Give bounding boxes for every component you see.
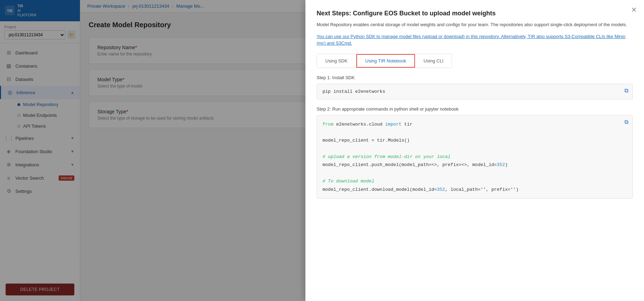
modal-close-button[interactable]: ✕ — [631, 6, 637, 14]
code-line-blank2 — [323, 145, 627, 153]
tab-using-tir-notebook[interactable]: Using TIR Notebook — [356, 54, 415, 68]
modal-title: Next Steps: Configure EOS Bucket to uplo… — [317, 10, 633, 17]
code-line-client: model_repo_client = tir.Models() — [323, 136, 627, 144]
code-line-comment2: # To download model — [323, 177, 627, 185]
step2-code-block: ⧉ from e2enetworks.cloud import tir mode… — [317, 115, 633, 199]
step1-code-block: pip install e2enetworks ⧉ — [317, 84, 633, 99]
code-line-push: model_repo_client.push_model(model_path=… — [323, 161, 627, 169]
step1-label: Step 1: Install SDK — [317, 75, 633, 80]
modal: ✕ Next Steps: Configure EOS Bucket to up… — [305, 0, 644, 301]
step1-copy-icon[interactable]: ⧉ — [624, 88, 628, 94]
step2-label: Step 2: Run appropriate commands in pyth… — [317, 106, 633, 112]
modal-link[interactable]: You can use our Python SDK to manage mod… — [317, 34, 626, 46]
code-line-blank — [323, 128, 627, 136]
overlay[interactable]: ✕ Next Steps: Configure EOS Bucket to up… — [0, 0, 644, 301]
tab-using-cli[interactable]: Using CLI — [415, 54, 452, 68]
code-line-comment1: # upload a version from model-dir on you… — [323, 153, 627, 161]
modal-tabs: Using SDK Using TIR Notebook Using CLI — [317, 54, 452, 68]
step1-code: pip install e2enetworks — [323, 89, 385, 94]
code-line-import: from e2enetworks.cloud import tir — [323, 120, 627, 128]
step2-copy-icon[interactable]: ⧉ — [624, 119, 628, 126]
code-line-download: model_repo_client.download_model(model_i… — [323, 186, 627, 194]
code-line-blank3 — [323, 169, 627, 177]
tab-using-sdk[interactable]: Using SDK — [317, 54, 356, 68]
modal-description: Model Repository enables central storage… — [317, 21, 633, 28]
